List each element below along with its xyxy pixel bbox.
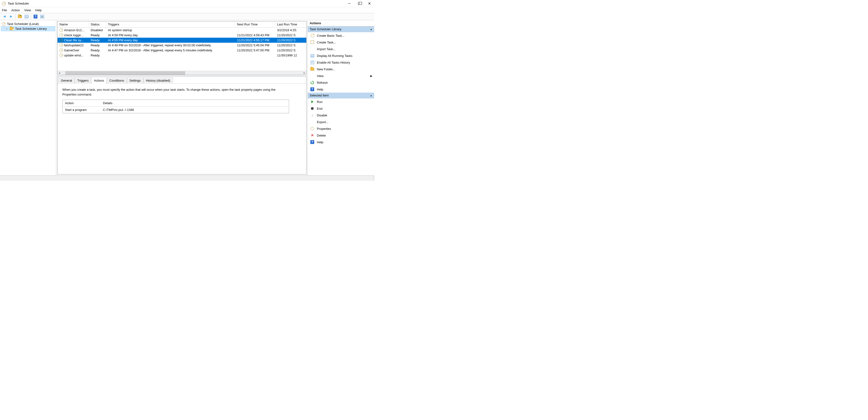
action-help[interactable]: ?Help xyxy=(308,86,374,93)
close-button[interactable]: ✕ xyxy=(367,1,372,6)
col-last-run[interactable]: Last Run Time xyxy=(275,21,304,27)
task-row[interactable]: falshupdate22ReadyAt 4:49 PM on 3/2/2019… xyxy=(58,43,306,48)
run-icon xyxy=(40,15,44,18)
actions-pane-title: Actions xyxy=(308,20,374,26)
forward-button[interactable] xyxy=(8,14,14,20)
action-disable[interactable]: ↓Disable xyxy=(308,112,374,119)
center-pane: Name Status Triggers Next Run Time Last … xyxy=(56,20,308,175)
tree-library[interactable]: ▷ Task Scheduler Library xyxy=(1,26,55,31)
action-properties[interactable]: Properties xyxy=(308,125,374,132)
clock-icon xyxy=(60,49,63,52)
task-row[interactable]: Amazon Ec2...DisabledAt system startup3/… xyxy=(58,28,306,33)
action-new-folder[interactable]: New Folder... xyxy=(308,66,374,72)
actions-col-details[interactable]: Details xyxy=(100,100,230,106)
action-enable-history[interactable]: Enable All Tasks History xyxy=(308,59,374,66)
menu-file[interactable]: File xyxy=(2,8,7,12)
window-title: Task Scheduler xyxy=(8,2,346,5)
back-button[interactable] xyxy=(1,14,7,20)
list-icon xyxy=(311,61,314,64)
action-run[interactable]: Run xyxy=(308,98,374,105)
help-icon: ? xyxy=(310,87,314,91)
arrow-left-icon xyxy=(3,16,5,18)
action-create-task[interactable]: Create Task... xyxy=(308,39,374,46)
tree-root-label: Task Scheduler (Local) xyxy=(7,22,39,26)
action-delete[interactable]: ✕Delete xyxy=(308,132,374,139)
clock-icon xyxy=(60,33,63,37)
menu-help[interactable]: Help xyxy=(35,8,42,12)
clock-icon xyxy=(2,22,5,26)
stop-icon xyxy=(311,107,313,110)
action-end[interactable]: End xyxy=(308,105,374,112)
tree-pane: Task Scheduler (Local) ▷ Task Scheduler … xyxy=(0,20,56,175)
task-row[interactable]: update wind...Ready11/30/1999 12 xyxy=(58,53,306,58)
help-button[interactable]: ? xyxy=(33,14,38,20)
disable-icon: ↓ xyxy=(312,113,313,117)
help-icon: ? xyxy=(310,140,314,144)
collapse-icon: ▲ xyxy=(370,28,372,30)
refresh-icon xyxy=(311,81,314,84)
action-import-task[interactable]: Import Task... xyxy=(308,46,374,52)
titlebar: Task Scheduler ✕ xyxy=(0,0,374,7)
display-icon xyxy=(311,54,314,57)
play-icon xyxy=(311,100,313,103)
menu-action[interactable]: Action xyxy=(11,8,20,12)
app-icon xyxy=(2,2,6,5)
actions-description: When you create a task, you must specify… xyxy=(62,87,278,97)
task-row[interactable]: GameOverReadyAt 4:47 PM on 3/2/2019 - Af… xyxy=(58,48,306,53)
action-export[interactable]: Export... xyxy=(308,119,374,125)
horizontal-scrollbar[interactable]: ◄► xyxy=(58,71,306,75)
tab-actions[interactable]: Actions xyxy=(91,77,107,84)
tree-library-label: Task Scheduler Library xyxy=(15,27,47,30)
actions-col-action[interactable]: Action xyxy=(63,100,100,106)
tab-conditions[interactable]: Conditions xyxy=(107,77,127,84)
actions-pane: Actions Task Scheduler Library ▲ Create … xyxy=(308,20,374,175)
clock-icon xyxy=(60,54,63,57)
maximize-button[interactable] xyxy=(356,1,362,6)
chevron-right-icon: ▶ xyxy=(370,74,372,78)
up-button[interactable] xyxy=(17,14,23,20)
clock-icon xyxy=(60,28,63,32)
task-list-header: Name Status Triggers Next Run Time Last … xyxy=(58,21,306,28)
col-triggers[interactable]: Triggers xyxy=(106,21,235,27)
col-next-run[interactable]: Next Run Time xyxy=(235,21,275,27)
clock-icon xyxy=(60,43,63,47)
collapse-icon: ▲ xyxy=(370,94,372,97)
folder-clock-icon xyxy=(10,27,14,30)
tab-body: When you create a task, you must specify… xyxy=(58,84,306,174)
task-list: Name Status Triggers Next Run Time Last … xyxy=(57,21,307,75)
action-view[interactable]: View▶ xyxy=(308,72,374,79)
tab-settings[interactable]: Settings xyxy=(127,77,144,84)
task-row[interactable]: check logge...ReadyAt 4:59 PM every day1… xyxy=(58,33,306,38)
clock-icon xyxy=(311,127,314,130)
help-icon: ? xyxy=(34,14,37,19)
tab-general[interactable]: General xyxy=(58,77,74,84)
actions-table: Action Details Start a programC:\TMP\nc.… xyxy=(62,99,289,113)
col-name[interactable]: Name xyxy=(58,21,89,27)
tab-triggers[interactable]: Triggers xyxy=(74,77,91,84)
folder-icon xyxy=(310,68,314,70)
action-row[interactable]: Start a programC:\TMP\nc.ps1 -l 1348 xyxy=(63,107,289,113)
menu-view[interactable]: View xyxy=(24,8,31,12)
statusbar xyxy=(0,175,374,181)
action-help-2[interactable]: ?Help xyxy=(308,139,374,145)
new-task-icon xyxy=(311,40,314,44)
tabs: General Triggers Actions Conditions Sett… xyxy=(58,76,306,84)
actions-section-selected[interactable]: Selected Item ▲ xyxy=(308,93,374,98)
tree-root[interactable]: Task Scheduler (Local) xyxy=(1,22,55,26)
action-create-basic-task[interactable]: Create Basic Task... xyxy=(308,32,374,39)
properties-button[interactable] xyxy=(24,14,30,20)
action-display-running[interactable]: Display All Running Tasks xyxy=(308,52,374,59)
folder-up-icon xyxy=(18,15,22,18)
tab-history[interactable]: History (disabled) xyxy=(144,77,173,84)
new-task-wizard-icon xyxy=(311,34,314,37)
chevron-right-icon: ▷ xyxy=(6,27,8,30)
minimize-button[interactable] xyxy=(346,1,352,6)
actions-section-library[interactable]: Task Scheduler Library ▲ xyxy=(308,26,374,32)
menubar: File Action View Help xyxy=(0,7,374,13)
clock-icon xyxy=(60,38,63,42)
action-refresh[interactable]: Refresh xyxy=(308,79,374,86)
run-task-button[interactable] xyxy=(39,14,45,20)
task-row[interactable]: Clean file sy...ReadyAt 4:55 PM every da… xyxy=(58,38,306,43)
col-status[interactable]: Status xyxy=(89,21,106,27)
detail-pane: General Triggers Actions Conditions Sett… xyxy=(57,76,307,175)
